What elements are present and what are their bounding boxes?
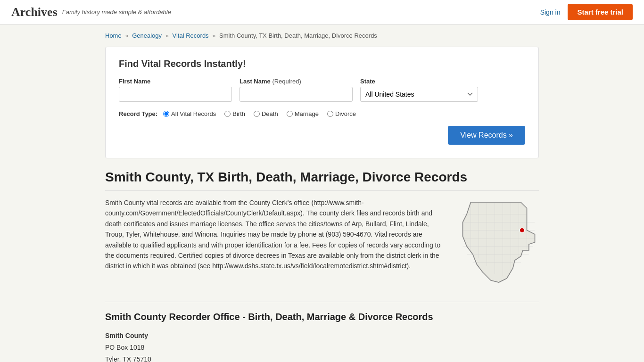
view-records-button[interactable]: View Records » bbox=[448, 126, 525, 145]
description-section: Smith County vital records are available… bbox=[105, 197, 539, 288]
search-title: Find Vital Records Instantly! bbox=[119, 58, 525, 69]
record-type-birth-radio[interactable] bbox=[224, 111, 231, 117]
record-type-death-radio[interactable] bbox=[254, 111, 260, 117]
svg-point-15 bbox=[520, 228, 524, 232]
record-type-marriage[interactable]: Marriage bbox=[287, 110, 319, 117]
site-tagline: Family history made simple & affordable bbox=[62, 8, 171, 16]
sign-in-link[interactable]: Sign in bbox=[540, 8, 561, 16]
record-type-row: Record Type: All Vital Records Birth Dea… bbox=[119, 110, 525, 117]
office-address2: Tyler, TX 75710 bbox=[105, 354, 539, 362]
breadcrumb: Home » Genealogy » Vital Records » Smith… bbox=[105, 32, 539, 39]
breadcrumb-current: Smith County, TX Birth, Death, Marriage,… bbox=[219, 32, 377, 39]
last-name-group: Last Name (Required) bbox=[239, 78, 353, 102]
record-type-all[interactable]: All Vital Records bbox=[163, 110, 216, 117]
record-type-all-radio[interactable] bbox=[163, 111, 169, 117]
first-name-group: First Name bbox=[119, 78, 232, 102]
state-select[interactable]: All United StatesAlabamaAlaskaArizonaArk… bbox=[360, 87, 478, 102]
search-box: Find Vital Records Instantly! First Name… bbox=[105, 47, 539, 158]
record-type-divorce[interactable]: Divorce bbox=[327, 110, 356, 117]
recorder-office-title: Smith County Recorder Office - Birth, De… bbox=[105, 302, 539, 322]
header-left: Archives Family history made simple & af… bbox=[11, 5, 171, 19]
search-fields-row: First Name Last Name (Required) State Al… bbox=[119, 78, 525, 102]
description-text: Smith County vital records are available… bbox=[105, 197, 447, 288]
office-name: Smith County bbox=[105, 330, 539, 342]
page-title: Smith County, TX Birth, Death, Marriage,… bbox=[105, 170, 539, 191]
breadcrumb-sep-1: » bbox=[125, 32, 128, 39]
last-name-input[interactable] bbox=[239, 87, 353, 102]
texas-map bbox=[459, 197, 539, 288]
breadcrumb-home[interactable]: Home bbox=[105, 32, 122, 39]
record-type-label: Record Type: bbox=[119, 110, 157, 117]
record-type-marriage-radio[interactable] bbox=[287, 111, 293, 117]
record-type-birth[interactable]: Birth bbox=[224, 110, 245, 117]
office-address1: PO Box 1018 bbox=[105, 342, 539, 354]
last-name-label: Last Name (Required) bbox=[239, 78, 353, 85]
view-btn-row: View Records » bbox=[119, 126, 525, 145]
state-group: State All United StatesAlabamaAlaskaAriz… bbox=[360, 78, 478, 102]
breadcrumb-sep-3: » bbox=[212, 32, 215, 39]
first-name-input[interactable] bbox=[119, 87, 232, 102]
breadcrumb-genealogy[interactable]: Genealogy bbox=[132, 32, 162, 39]
first-name-label: First Name bbox=[119, 78, 232, 85]
state-label: State bbox=[360, 78, 478, 85]
site-header: Archives Family history made simple & af… bbox=[0, 0, 644, 25]
main-content: Home » Genealogy » Vital Records » Smith… bbox=[96, 25, 548, 362]
header-right: Sign in Start free trial bbox=[540, 4, 633, 20]
breadcrumb-sep-2: » bbox=[165, 32, 169, 39]
start-trial-button[interactable]: Start free trial bbox=[568, 4, 633, 20]
record-type-divorce-radio[interactable] bbox=[327, 111, 333, 117]
site-logo[interactable]: Archives bbox=[11, 5, 58, 19]
office-details: Smith County PO Box 1018 Tyler, TX 75710… bbox=[105, 330, 539, 362]
record-type-death[interactable]: Death bbox=[254, 110, 278, 117]
breadcrumb-vital-records[interactable]: Vital Records bbox=[173, 32, 209, 39]
